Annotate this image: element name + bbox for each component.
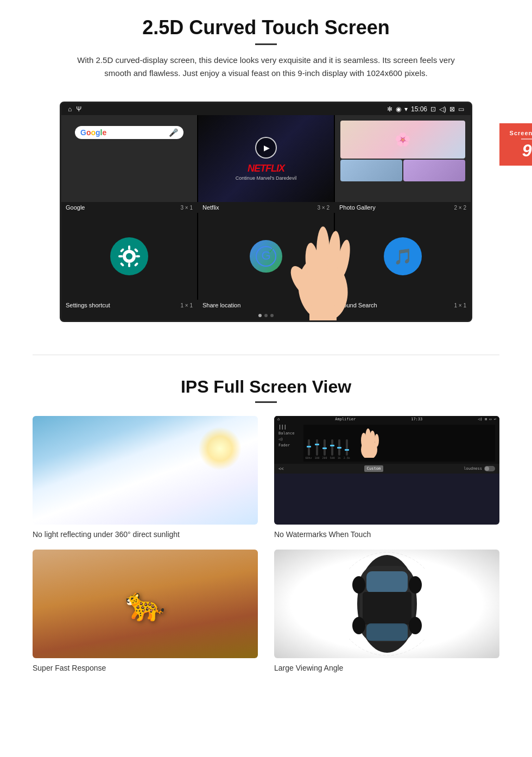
eq-thumb-5 — [337, 447, 341, 449]
gallery-photo-main — [340, 121, 465, 159]
netflix-subtitle: Continue Marvel's Daredevil — [236, 175, 296, 181]
amplifier-screen: ⌂ Amplifier 17:33 ◁) ⊠ ▭ ↩ ||| Balance ◁… — [274, 416, 499, 525]
device-mockup-wrapper: ⌂ Ψ ✻ ◉ ▾ 15:06 ⊡ ◁) ⊠ ▭ Google — [0, 102, 532, 322]
eq-bar-4: 500 — [330, 439, 335, 459]
svg-rect-30 — [366, 623, 408, 641]
svg-point-32 — [409, 576, 422, 594]
google-search-bar[interactable]: Google 🎤 — [75, 126, 183, 139]
sound-label-text: Sound Search — [339, 302, 377, 308]
settings-icon-wrap — [110, 237, 148, 275]
eq-label-1: 60hz — [306, 456, 312, 459]
amp-status-bar: ⌂ Amplifier 17:33 ◁) ⊠ ▭ ↩ — [274, 416, 499, 422]
netflix-logo: NETFLIX — [236, 163, 296, 174]
cheetah-caption: Super Fast Response — [33, 664, 258, 672]
google-label-text: Google — [66, 204, 85, 211]
app-cell-sound[interactable]: 🎵 — [335, 213, 471, 300]
amp-toggle[interactable] — [484, 466, 495, 471]
bluetooth-icon: ✻ — [387, 105, 392, 113]
gallery-photo-small2 — [403, 160, 465, 181]
amp-home-icon: ⌂ — [277, 417, 280, 421]
amp-equalizer: 60hz 100 — [303, 425, 495, 462]
netflix-content: NETFLIX Continue Marvel's Daredevil — [236, 137, 296, 181]
wifi-icon: ▾ — [404, 105, 408, 113]
amp-loudness: loudness — [464, 466, 495, 471]
gear-icon — [116, 243, 143, 270]
svg-point-24 — [370, 431, 375, 446]
touch-hand-svg — [353, 425, 385, 458]
close-icon: ⊠ — [449, 105, 455, 113]
sunlight-caption: No light reflecting under 360° direct su… — [33, 530, 258, 539]
dot-2 — [264, 314, 268, 317]
svg-point-31 — [352, 576, 365, 594]
window-icon: ▭ — [458, 105, 464, 113]
app-cell-gallery[interactable] — [335, 115, 471, 202]
app-label-row-top: Google 3 × 1 Netflix 3 × 2 Photo Gallery… — [61, 202, 471, 213]
camera-icon: ⊡ — [430, 105, 436, 113]
sound-size: 1 × 1 — [454, 302, 466, 308]
amp-volume-icon: ◁) — [278, 437, 295, 441]
badge-divider — [521, 138, 532, 140]
amp-loudness-label: loudness — [464, 466, 482, 471]
sunlight-scene — [33, 416, 258, 525]
amp-prev-btn[interactable]: << — [278, 466, 284, 471]
app-label-netflix: Netflix 3 × 2 — [198, 202, 334, 213]
feature-grid: No light reflecting under 360° direct su… — [33, 416, 499, 672]
app-cell-google[interactable]: Google 🎤 — [61, 115, 197, 202]
settings-label-text: Settings shortcut — [66, 302, 110, 308]
eq-thumb-4 — [330, 445, 334, 446]
google-logo: Google — [80, 128, 106, 137]
section1-title: 2.5D Curved Touch Screen — [33, 16, 499, 39]
amp-eq-label: ||| — [278, 425, 295, 430]
svg-rect-3 — [128, 245, 130, 250]
app-cell-settings[interactable] — [61, 213, 197, 300]
app-label-google: Google 3 × 1 — [61, 202, 197, 213]
screen-size-badge: Screen Size 9" — [499, 123, 532, 166]
sunlight-image — [33, 416, 258, 525]
google-mic-icon[interactable]: 🎤 — [169, 128, 178, 137]
svg-point-25 — [375, 434, 379, 447]
device-screen: ⌂ Ψ ✻ ◉ ▾ 15:06 ⊡ ◁) ⊠ ▭ Google — [60, 102, 472, 322]
car-caption: Large Viewing Angle — [274, 664, 499, 672]
location-icon: ◉ — [396, 105, 401, 113]
share-label-text: Share location — [202, 302, 240, 308]
map-marker-icon: G ✓ — [255, 245, 277, 267]
dot-1 — [258, 314, 262, 317]
svg-point-15 — [304, 242, 320, 281]
app-cell-netflix[interactable]: NETFLIX Continue Marvel's Daredevil — [198, 115, 334, 202]
eq-thumb-3 — [322, 447, 327, 449]
section1-description: With 2.5D curved-display screen, this de… — [76, 54, 456, 80]
eq-bar-3: 200 — [322, 439, 327, 459]
eq-thumb-2 — [315, 444, 319, 445]
amplifier-image: ⌂ Amplifier 17:33 ◁) ⊠ ▭ ↩ ||| Balance ◁… — [274, 416, 499, 525]
usb-icon: Ψ — [76, 105, 81, 113]
svg-text:✓: ✓ — [268, 246, 275, 255]
app-grid-bottom: G ✓ — [61, 213, 471, 300]
eq-thumb-1 — [307, 446, 311, 447]
eq-bar-5: 1k — [338, 439, 341, 459]
app-grid-top: Google 🎤 NETFLIX Continue Marvel's Dared… — [61, 115, 471, 202]
badge-label: Screen Size — [509, 130, 532, 136]
netflix-play-button[interactable] — [255, 137, 277, 159]
home-icon: ⌂ — [68, 105, 72, 113]
feature-amplifier: ⌂ Amplifier 17:33 ◁) ⊠ ▭ ↩ ||| Balance ◁… — [274, 416, 499, 539]
gallery-photo-small1 — [340, 160, 402, 181]
section-divider-line — [33, 355, 499, 355]
section-ips: IPS Full Screen View No light reflecting… — [0, 377, 532, 689]
app-cell-share[interactable]: G ✓ — [198, 213, 334, 300]
eq-label-2: 100 — [315, 456, 320, 459]
svg-point-19 — [287, 263, 316, 299]
hand-on-sliders — [353, 425, 385, 459]
svg-point-34 — [409, 617, 422, 634]
app-label-gallery: Photo Gallery 2 × 2 — [335, 202, 471, 213]
eq-label-5: 1k — [338, 456, 341, 459]
section-curved-touch: 2.5D Curved Touch Screen With 2.5D curve… — [0, 0, 532, 102]
netflix-size: 3 × 2 — [317, 205, 330, 211]
badge-size: 9" — [509, 142, 532, 159]
app-label-row-bottom: Settings shortcut 1 × 1 Share location 1… — [61, 300, 471, 311]
svg-rect-5 — [118, 255, 123, 257]
eq-bar-6: 2.5k — [344, 439, 350, 459]
app-label-sound: Sound Search 1 × 1 — [335, 300, 471, 311]
amp-custom-btn[interactable]: Custom — [364, 465, 383, 472]
netflix-label-text: Netflix — [202, 204, 219, 211]
svg-point-33 — [352, 617, 365, 634]
